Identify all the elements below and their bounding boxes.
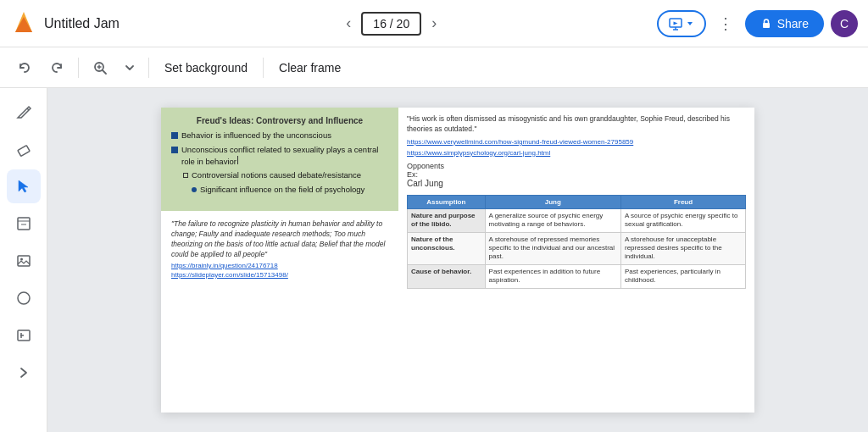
pen-icon [15, 103, 32, 120]
present-button[interactable] [657, 10, 706, 37]
bullet-circle-icon [192, 187, 197, 192]
right-quote: "His work is often dismissed as misogyni… [407, 114, 746, 135]
present-icon [669, 17, 682, 30]
slide-left-top: Freud's Ideas: Controversy and Influence… [161, 108, 398, 211]
jung-1: A generalize source of psychic energy mo… [485, 208, 620, 232]
slide-right: "His work is often dismissed as misogyni… [398, 108, 754, 413]
nav-right: ⋮ Share C [657, 9, 858, 38]
select-icon [15, 178, 32, 195]
bullet-text-1: Behavior is influenced by the unconsciou… [181, 130, 331, 141]
bullet-text-4: Significant influence on the field of ps… [200, 185, 364, 196]
col-header-assumption: Assumption [408, 195, 486, 208]
assumption-1: Nature and purpose of the libido. [408, 208, 486, 232]
more-options-button[interactable]: ⋮ [713, 9, 738, 38]
select-tool-button[interactable] [7, 169, 41, 203]
app-logo [10, 8, 37, 39]
bullet-text-3: Controversial notions caused debate/resi… [192, 170, 361, 181]
clear-frame-button[interactable]: Clear frame [270, 56, 349, 80]
simplypsychology-link: https://www.simplypsychology.org/carl-ju… [407, 149, 746, 157]
shape-button[interactable] [7, 281, 41, 315]
zoom-button[interactable] [86, 55, 114, 80]
ex-label: Ex: [407, 170, 746, 179]
app-title: Untitled Jam [44, 16, 120, 31]
svg-rect-14 [18, 218, 30, 230]
divider [78, 58, 79, 78]
share-button[interactable]: Share [745, 10, 824, 37]
avatar[interactable]: C [831, 10, 858, 37]
carl-jung-label: Carl Jung [407, 179, 746, 188]
svg-point-18 [20, 258, 23, 261]
table-row-3: Cause of behavior. Past experiences in a… [408, 264, 746, 288]
set-background-button[interactable]: Set background [156, 56, 256, 80]
text-icon [15, 327, 32, 344]
eraser-tool-button[interactable] [7, 132, 41, 166]
redo-icon [49, 60, 64, 75]
verywellmind-link: https://www.verywellmind.com/how-sigmund… [407, 138, 746, 146]
present-dropdown-icon [686, 19, 694, 28]
svg-marker-1 [15, 17, 32, 32]
redo-button[interactable] [42, 55, 71, 80]
bullet-text-2: Unconscious conflict related to sexualit… [181, 145, 388, 168]
slide-left-bottom: "The failure to recognize plasticity in … [161, 211, 398, 287]
bullet-square-icon-2 [171, 147, 178, 153]
comparison-table: Assumption Jung Freud Nature and purpose… [407, 195, 746, 289]
frame-navigation: ‹ 16 / 20 › [133, 9, 650, 37]
sticky-note-button[interactable] [7, 207, 41, 241]
topbar: Untitled Jam ‹ 16 / 20 › ⋮ Share [0, 0, 868, 47]
share-label: Share [777, 17, 809, 30]
lock-icon [760, 18, 772, 30]
svg-line-9 [103, 70, 106, 74]
table-row-1: Nature and purpose of the libido. A gene… [408, 208, 746, 232]
freud-1: A source of psychic energy specific to s… [621, 208, 746, 232]
chevron-down-icon [125, 63, 135, 73]
jung-2: A storehouse of repressed memories speci… [485, 232, 620, 264]
sticky-note-icon [15, 215, 32, 232]
left-sidebar [0, 88, 47, 432]
zoom-icon [92, 60, 108, 75]
svg-marker-5 [673, 21, 677, 25]
jung-3: Past experiences in addition to future a… [485, 264, 620, 288]
frame-display: 16 / 20 [373, 17, 409, 30]
undo-button[interactable] [10, 55, 39, 80]
pen-tool-button[interactable] [7, 95, 41, 129]
circle-shape-icon [15, 290, 32, 307]
svg-rect-17 [18, 256, 30, 266]
toolbar: Set background Clear frame [0, 47, 868, 88]
slideplayer-link: https://slideplayer.com/slide/15713498/ [171, 271, 388, 279]
next-frame-button[interactable]: › [425, 9, 443, 37]
eraser-icon [15, 141, 32, 158]
freud-2: A storehouse for unacceptable repressed … [621, 232, 746, 264]
slide-section-title: Freud's Ideas: Controversy and Influence [171, 116, 388, 125]
bottom-quote: "The failure to recognize plasticity in … [171, 219, 388, 260]
slide-frame: Freud's Ideas: Controversy and Influence… [161, 108, 754, 413]
chevron-right-icon [15, 364, 32, 381]
table-row-2: Nature of the unconscious. A storehouse … [408, 232, 746, 264]
prev-frame-button[interactable]: ‹ [339, 9, 358, 37]
freud-3: Past experiences, particularly in childh… [621, 264, 746, 288]
bullet-small-square-icon [183, 173, 188, 178]
image-button[interactable] [7, 244, 41, 278]
svg-rect-13 [17, 146, 29, 157]
assumption-3: Cause of behavior. [408, 264, 486, 288]
opponents-section: Opponents Ex: Carl Jung [407, 162, 746, 188]
bullet-item-3: Controversial notions caused debate/resi… [171, 170, 388, 181]
svg-marker-6 [687, 22, 693, 25]
col-header-freud: Freud [621, 195, 746, 208]
opponents-label: Opponents [407, 162, 746, 170]
bullet-item-4: Significant influence on the field of ps… [171, 185, 388, 196]
frame-counter[interactable]: 16 / 20 [361, 12, 421, 36]
divider2 [148, 58, 149, 78]
canvas-area[interactable]: Freud's Ideas: Controversy and Influence… [47, 88, 868, 432]
text-button[interactable] [7, 318, 41, 352]
more-tools-button[interactable] [7, 356, 41, 390]
bullet-item-1: Behavior is influenced by the unconsciou… [171, 130, 388, 141]
slide-left: Freud's Ideas: Controversy and Influence… [161, 108, 398, 413]
zoom-dropdown-button[interactable] [118, 58, 142, 78]
bullet-square-icon [171, 132, 178, 139]
svg-line-12 [27, 108, 29, 110]
image-icon [15, 252, 32, 269]
divider3 [263, 58, 264, 78]
svg-rect-7 [763, 23, 770, 28]
brainly-link: https://brainly.in/question/24176718 [171, 262, 388, 269]
svg-point-19 [18, 292, 30, 304]
